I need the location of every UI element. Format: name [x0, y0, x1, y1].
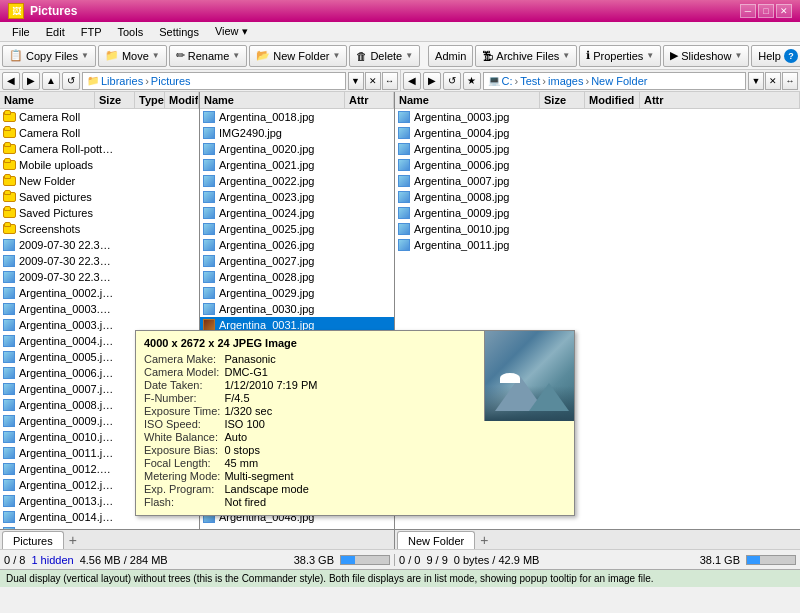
right-refresh-button[interactable]: ↺ [443, 72, 461, 90]
right-col-modified[interactable]: Modified [585, 92, 640, 108]
list-item[interactable]: Saved pictures [0, 189, 199, 205]
left-address-pictures[interactable]: Pictures [151, 75, 191, 87]
list-item[interactable]: 2009-07-30 22.33.52.jpg [0, 269, 199, 285]
right-address-bar[interactable]: 💻 C: › Test › images › New Folder [483, 72, 747, 90]
right-forward-button[interactable]: ▶ [423, 72, 441, 90]
list-item[interactable]: IMG2490.jpg [200, 125, 394, 141]
right-address-images[interactable]: images [548, 75, 583, 87]
list-item[interactable]: Argentina_0015.jpg [0, 525, 199, 529]
list-item[interactable]: Argentina_0007.jpg [395, 173, 800, 189]
middle-col-name[interactable]: Name [200, 92, 345, 108]
menu-view[interactable]: View ▾ [207, 23, 256, 40]
list-item[interactable]: Argentina_0004.jpg [395, 125, 800, 141]
list-item[interactable]: Argentina_0025.jpg [200, 221, 394, 237]
archive-files-button[interactable]: 🗜 Archive Files ▼ [475, 45, 577, 67]
menu-tools[interactable]: Tools [109, 24, 151, 40]
list-item[interactable]: Argentina_0003.bmp [0, 301, 199, 317]
list-item[interactable]: Argentina_0028.jpg [200, 269, 394, 285]
left-back-button[interactable]: ◀ [2, 72, 20, 90]
properties-button[interactable]: ℹ Properties ▼ [579, 45, 661, 67]
right-addr-close[interactable]: ✕ [765, 72, 781, 90]
list-item[interactable]: Argentina_0026.jpg [200, 237, 394, 253]
list-item[interactable]: Argentina_0023.jpg [200, 189, 394, 205]
right-star-button[interactable]: ★ [463, 72, 481, 90]
list-item[interactable]: 2009-07-30 22.33.42.jpg [0, 253, 199, 269]
properties-icon: ℹ [586, 49, 590, 62]
left-forward-button[interactable]: ▶ [22, 72, 40, 90]
move-button[interactable]: 📁 Move ▼ [98, 45, 167, 67]
list-item[interactable]: Camera Roll-pottbookair [0, 141, 199, 157]
right-address-c[interactable]: C: [502, 75, 513, 87]
list-item[interactable]: Argentina_0020.jpg [200, 141, 394, 157]
list-item[interactable]: Camera Roll [0, 109, 199, 125]
right-tab-add[interactable]: + [475, 531, 493, 549]
right-addr-swap[interactable]: ↔ [782, 72, 798, 90]
right-addr-dropdown[interactable]: ▼ [748, 72, 764, 90]
tooltip-value: 0 stops [224, 444, 321, 457]
menu-edit[interactable]: Edit [38, 24, 73, 40]
right-panel-tabs: New Folder + [395, 530, 800, 549]
info-bar: Dual display (vertical layout) without t… [0, 569, 800, 587]
minimize-button[interactable]: ─ [740, 4, 756, 18]
list-item[interactable]: Argentina_0002.jpg [0, 285, 199, 301]
close-button[interactable]: ✕ [776, 4, 792, 18]
right-col-name[interactable]: Name [395, 92, 540, 108]
list-item[interactable]: Argentina_0021.jpg [200, 157, 394, 173]
left-address-libraries[interactable]: Libraries [101, 75, 143, 87]
left-panel-tabs: Pictures + [0, 530, 395, 549]
rename-button[interactable]: ✏ Rename ▼ [169, 45, 248, 67]
list-item[interactable]: Argentina_0005.jpg [395, 141, 800, 157]
right-tab-newfolder[interactable]: New Folder [397, 531, 475, 549]
tooltip-table: Camera Make:PanasonicCamera Model:DMC-G1… [144, 353, 321, 509]
left-addr-dropdown[interactable]: ▼ [348, 72, 364, 90]
right-address-icon: 💻 [488, 75, 500, 86]
left-refresh-button[interactable]: ↺ [62, 72, 80, 90]
admin-button[interactable]: Admin [428, 45, 473, 67]
new-folder-button[interactable]: 📂 New Folder ▼ [249, 45, 347, 67]
left-address-bar[interactable]: 📁 Libraries › Pictures [82, 72, 346, 90]
left-tab-pictures[interactable]: Pictures [2, 531, 64, 549]
list-item[interactable]: Camera Roll [0, 125, 199, 141]
list-item[interactable]: Mobile uploads [0, 157, 199, 173]
help-button[interactable]: Help ? [751, 45, 800, 67]
right-address-test[interactable]: Test [520, 75, 540, 87]
list-item[interactable]: Argentina_0008.jpg [395, 189, 800, 205]
list-item[interactable]: Argentina_0027.jpg [200, 253, 394, 269]
right-col-size[interactable]: Size [540, 92, 585, 108]
tooltip-row: ISO Speed:ISO 100 [144, 418, 321, 431]
list-item[interactable]: Argentina_0003.jpg [395, 109, 800, 125]
list-item[interactable]: Argentina_0011.jpg [395, 237, 800, 253]
menu-file[interactable]: File [4, 24, 38, 40]
list-item[interactable]: New Folder [0, 173, 199, 189]
delete-button[interactable]: 🗑 Delete ▼ [349, 45, 420, 67]
list-item[interactable]: Argentina_0029.jpg [200, 285, 394, 301]
left-addr-swap[interactable]: ↔ [382, 72, 398, 90]
maximize-button[interactable]: □ [758, 4, 774, 18]
left-col-modified[interactable]: Modified [165, 92, 199, 108]
list-item[interactable]: Argentina_0018.jpg [200, 109, 394, 125]
copy-files-button[interactable]: 📋 Copy Files ▼ [2, 45, 96, 67]
left-tab-add[interactable]: + [64, 531, 82, 549]
right-back-button[interactable]: ◀ [403, 72, 421, 90]
list-item[interactable]: Argentina_0030.jpg [200, 301, 394, 317]
left-col-type[interactable]: Type [135, 92, 165, 108]
left-addr-close[interactable]: ✕ [365, 72, 381, 90]
left-col-size[interactable]: Size [95, 92, 135, 108]
list-item[interactable]: Argentina_0006.jpg [395, 157, 800, 173]
left-col-name[interactable]: Name [0, 92, 95, 108]
slideshow-button[interactable]: ▶ Slideshow ▼ [663, 45, 749, 67]
right-col-attr[interactable]: Attr [640, 92, 800, 108]
menu-ftp[interactable]: FTP [73, 24, 110, 40]
list-item[interactable]: Argentina_0022.jpg [200, 173, 394, 189]
list-item[interactable]: Screenshots [0, 221, 199, 237]
right-address-newfolder[interactable]: New Folder [591, 75, 647, 87]
list-item[interactable]: Argentina_0024.jpg [200, 205, 394, 221]
tooltip-label: White Balance: [144, 431, 224, 444]
left-up-button[interactable]: ▲ [42, 72, 60, 90]
list-item[interactable]: Argentina_0009.jpg [395, 205, 800, 221]
list-item[interactable]: Argentina_0010.jpg [395, 221, 800, 237]
menu-settings[interactable]: Settings [151, 24, 207, 40]
list-item[interactable]: 2009-07-30 22.33.10.jpg [0, 237, 199, 253]
middle-col-attr[interactable]: Attr [345, 92, 394, 108]
list-item[interactable]: Saved Pictures [0, 205, 199, 221]
